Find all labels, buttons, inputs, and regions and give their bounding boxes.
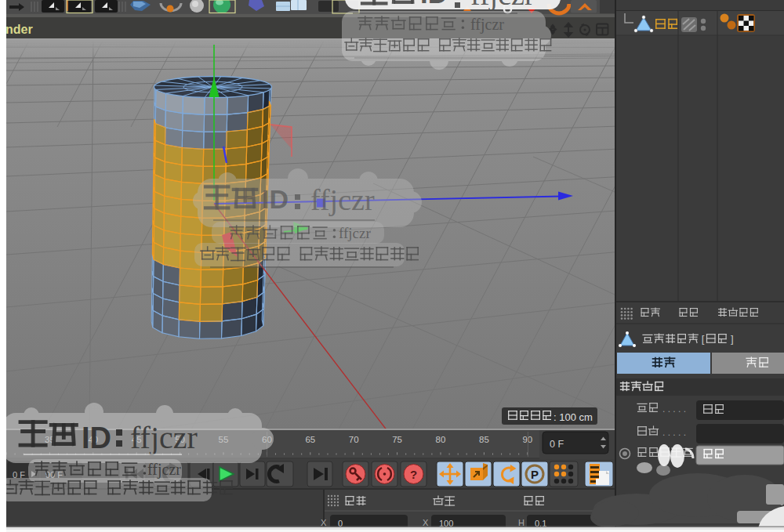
svg-text:. . . . .: . . . . . — [662, 404, 686, 414]
svg-text:P: P — [531, 468, 539, 481]
svg-text:65: 65 — [305, 435, 315, 444]
svg-text:ID: ID — [82, 422, 111, 454]
svg-text:90: 90 — [522, 435, 532, 444]
svg-text:]: ] — [731, 333, 734, 345]
svg-text:ffjczr: ffjczr — [339, 225, 371, 241]
svg-text:ffjczr: ffjczr — [310, 183, 375, 216]
svg-text:ffjczr: ffjczr — [470, 0, 535, 11]
svg-text:H: H — [518, 518, 524, 527]
svg-text:70: 70 — [349, 435, 359, 444]
svg-text:ffjczr: ffjczr — [130, 420, 198, 455]
svg-text:X: X — [321, 518, 327, 527]
svg-text:80: 80 — [436, 435, 446, 444]
svg-text:ID: ID — [262, 184, 289, 214]
svg-text:0 F: 0 F — [550, 439, 564, 450]
svg-text:: 100 cm: : 100 cm — [554, 411, 593, 423]
svg-text:85: 85 — [479, 435, 489, 444]
svg-text:nder: nder — [5, 23, 33, 36]
svg-text:ID: ID — [420, 0, 448, 9]
svg-text:ffjczr: ffjczr — [147, 461, 181, 479]
svg-text:[: [ — [702, 333, 705, 345]
svg-text:. . . . .: . . . . . — [662, 427, 686, 438]
svg-text:75: 75 — [392, 435, 402, 444]
svg-text:ffjczr: ffjczr — [470, 16, 504, 34]
svg-text:X: X — [423, 518, 429, 527]
svg-text:?: ? — [410, 468, 417, 481]
